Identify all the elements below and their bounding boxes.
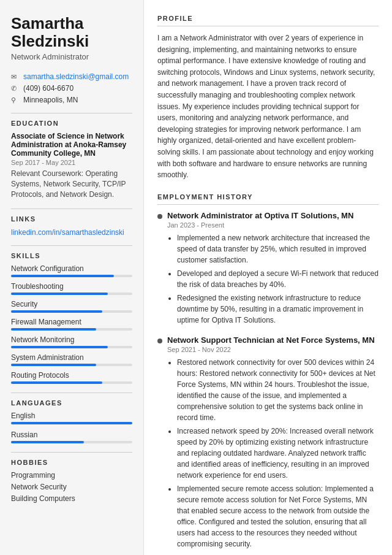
divider-skills	[11, 245, 132, 246]
skill-bar-bg	[11, 275, 132, 277]
email-contact: ✉ samartha.sledzinski@gmail.com	[11, 72, 132, 81]
location-text: Minneapolis, MN	[23, 96, 78, 104]
education-degree: Associate of Science in Network Administ…	[11, 132, 132, 158]
candidate-name: Samartha Sledzinski	[11, 15, 132, 50]
location-contact: ⚲ Minneapolis, MN	[11, 96, 132, 104]
language-bar-bg	[11, 422, 132, 424]
hobby-item: Building Computers	[11, 494, 132, 503]
profile-section-title: PROFILE	[157, 15, 379, 22]
linkedin-link[interactable]: linkedin.com/in/samarthasledzinski	[11, 228, 124, 237]
skill-bar-fill	[11, 381, 102, 384]
language-item: English	[11, 411, 132, 424]
language-label: English	[11, 411, 132, 420]
languages-list: English Russian	[11, 411, 132, 443]
skill-item: Firewall Management	[11, 318, 132, 331]
skill-item: Security	[11, 300, 132, 313]
hobbies-section-title: HOBBIES	[11, 459, 132, 466]
skill-bar-bg	[11, 328, 132, 331]
hobby-item: Network Security	[11, 483, 132, 491]
education-dates: Sep 2017 - May 2021	[11, 159, 132, 166]
education-coursework: Relevant Coursework: Operating Systems, …	[11, 169, 132, 199]
job-title: Network Support Technician at Net Force …	[167, 335, 379, 345]
employment-bullet: Implemented a new network architecture t…	[177, 232, 379, 266]
links-section-title: LINKS	[11, 215, 132, 223]
phone-icon: ✆	[11, 85, 20, 93]
skill-bar-fill	[11, 346, 108, 348]
skills-list: Network Configuration Troubleshooting Se…	[11, 264, 132, 384]
language-bar-fill	[11, 441, 84, 443]
main-content: PROFILE I am a Network Administrator wit…	[144, 0, 392, 555]
job-dates: Sep 2021 - Nov 2022	[167, 346, 379, 353]
hobby-item: Programming	[11, 471, 132, 480]
skills-section-title: SKILLS	[11, 252, 132, 259]
employment-list: Network Administrator at Optiva IT Solut…	[157, 211, 379, 549]
employment-divider	[157, 204, 379, 205]
job-bullets: Implemented a new network architecture t…	[167, 232, 379, 326]
skill-bar-fill	[11, 328, 96, 331]
skill-bar-fill	[11, 310, 102, 313]
email-icon: ✉	[11, 73, 20, 81]
employment-bullet: Implemented secure remote access solutio…	[177, 483, 379, 549]
skill-item: Network Configuration	[11, 264, 132, 277]
resume-container: Samartha Sledzinski Network Administrato…	[0, 0, 392, 555]
linkedin-link-container: linkedin.com/in/samarthasledzinski	[11, 228, 132, 237]
candidate-title: Network Administrator	[11, 52, 132, 61]
employment-bullet: Developed and deployed a secure Wi-Fi ne…	[177, 268, 379, 290]
employment-entry: Network Support Technician at Net Force …	[157, 335, 379, 549]
skill-bar-fill	[11, 293, 108, 295]
email-link[interactable]: samartha.sledzinski@gmail.com	[23, 72, 129, 81]
hobbies-list: ProgrammingNetwork SecurityBuilding Comp…	[11, 471, 132, 503]
skill-bar-bg	[11, 310, 132, 313]
skill-label: Security	[11, 300, 132, 308]
divider-links	[11, 209, 132, 209]
skill-label: Routing Protocols	[11, 371, 132, 380]
profile-section: PROFILE I am a Network Administrator wit…	[157, 15, 379, 181]
language-bar-bg	[11, 441, 132, 443]
job-bullets: Restored network connectivity for over 5…	[167, 357, 379, 549]
divider-education	[11, 113, 132, 113]
employment-bullet: Redesigned the existing network infrastr…	[177, 293, 379, 326]
employment-bullet: Restored network connectivity for over 5…	[177, 357, 379, 423]
skill-bar-bg	[11, 346, 132, 348]
skill-item: Routing Protocols	[11, 371, 132, 384]
divider-hobbies	[11, 452, 132, 453]
skill-item: Troubleshooting	[11, 282, 132, 295]
skill-label: Troubleshooting	[11, 282, 132, 291]
phone-number: (409) 604-6670	[23, 84, 74, 93]
skill-bar-bg	[11, 293, 132, 295]
employment-bullet: Increased network speed by 20%: Increase…	[177, 426, 379, 481]
languages-section-title: LANGUAGES	[11, 399, 132, 407]
profile-divider	[157, 26, 379, 26]
skill-bar-bg	[11, 364, 132, 366]
job-dates: Jan 2023 - Present	[167, 221, 379, 229]
employment-section: EMPLOYMENT HISTORY Network Administrator…	[157, 193, 379, 549]
language-label: Russian	[11, 431, 132, 439]
skill-label: Firewall Management	[11, 318, 132, 326]
phone-contact: ✆ (409) 604-6670	[11, 84, 132, 93]
skill-bar-bg	[11, 381, 132, 384]
skill-label: Network Monitoring	[11, 335, 132, 344]
language-item: Russian	[11, 431, 132, 443]
job-title: Network Administrator at Optiva IT Solut…	[167, 211, 379, 220]
skill-item: System Administration	[11, 353, 132, 366]
profile-text: I am a Network Administrator with over 2…	[157, 33, 379, 181]
divider-languages	[11, 392, 132, 393]
skill-label: System Administration	[11, 353, 132, 362]
language-bar-fill	[11, 422, 132, 424]
employment-entry: Network Administrator at Optiva IT Solut…	[157, 211, 379, 326]
skill-label: Network Configuration	[11, 264, 132, 273]
skill-bar-fill	[11, 275, 114, 277]
skill-bar-fill	[11, 364, 96, 366]
employment-section-title: EMPLOYMENT HISTORY	[157, 193, 379, 201]
location-icon: ⚲	[11, 96, 20, 104]
education-section-title: EDUCATION	[11, 120, 132, 127]
sidebar: Samartha Sledzinski Network Administrato…	[0, 0, 144, 555]
skill-item: Network Monitoring	[11, 335, 132, 348]
